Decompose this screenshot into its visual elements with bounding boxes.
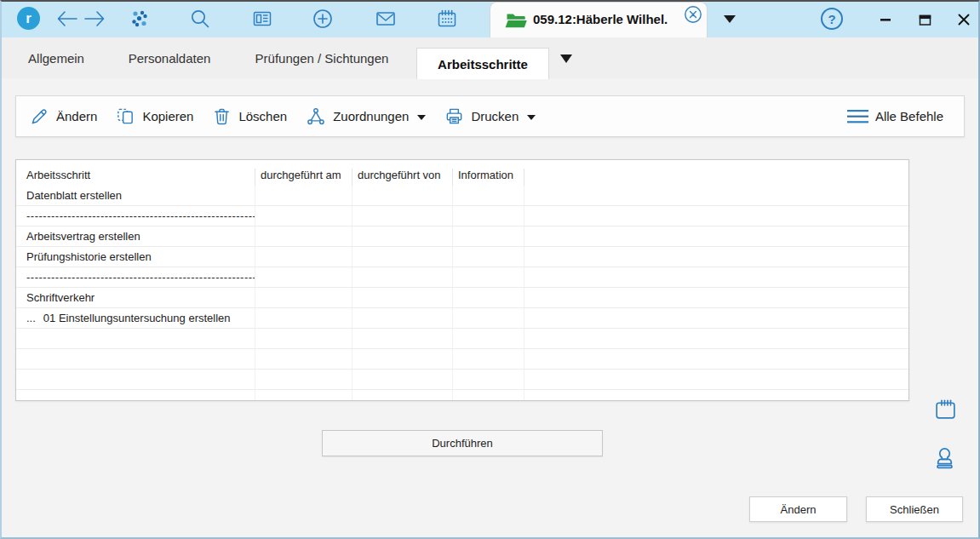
table-cell [453, 206, 524, 226]
table-row[interactable]: Arbeitsvertrag erstellen [16, 226, 908, 247]
durchfuehren-button[interactable]: Durchführen [322, 430, 603, 456]
table-row[interactable]: ...01 Einstellungsuntersuchung erstellen [16, 308, 908, 329]
calendar-icon [436, 8, 458, 30]
table-cell [524, 349, 908, 369]
table-cell [16, 390, 255, 401]
tabs-overflow-dropdown[interactable] [560, 54, 572, 63]
document-tab[interactable]: 059.12:Häberle Wilhel... [490, 2, 708, 37]
notes-button[interactable] [931, 396, 959, 423]
table-cell [524, 186, 908, 205]
close-circle-icon [684, 5, 702, 24]
tab-arbeitsschritte[interactable]: Arbeitsschritte [416, 48, 549, 79]
help-button[interactable]: ? [821, 8, 843, 30]
modules-button[interactable] [127, 6, 152, 32]
table-cell [16, 370, 255, 389]
separator-text: ----------------------------------------… [26, 271, 255, 284]
search-button[interactable] [187, 6, 213, 32]
column-header-arbeitsschritt[interactable]: Arbeitsschritt [16, 169, 255, 186]
schliessen-button[interactable]: Schließen [866, 496, 963, 522]
table-cell [524, 390, 908, 401]
table-cell: ----------------------------------------… [16, 206, 255, 226]
minimize-button[interactable] [875, 9, 896, 30]
tab-allgemein[interactable]: Allgemein [20, 37, 92, 78]
document-tab-close-button[interactable] [683, 4, 703, 25]
table-cell [255, 329, 352, 348]
table-cell [255, 267, 352, 287]
table-row[interactable] [16, 349, 908, 370]
toolbar: Ändern Kopieren Löschen Zuordnungen Druc… [15, 95, 965, 137]
back-arrow-icon [55, 9, 79, 29]
aendern-footer-button[interactable]: Ändern [749, 496, 847, 522]
back-button[interactable] [54, 6, 80, 32]
copy-icon [116, 106, 135, 126]
workstep-label: Prüfungshistorie erstellen [26, 250, 152, 263]
alle-befehle-dropdown[interactable]: Alle Befehle [847, 109, 950, 124]
news-button[interactable] [249, 6, 275, 32]
table-row[interactable] [16, 370, 908, 390]
table-row[interactable]: Schriftverkehr [16, 288, 908, 308]
table-cell [453, 247, 524, 267]
row-expand-indicator[interactable]: ... [26, 312, 36, 324]
table-cell [255, 370, 352, 389]
tab-pruefungen-sichtungen[interactable]: Prüfungen / Sichtungen [245, 37, 398, 78]
app-logo[interactable]: r [17, 7, 40, 30]
table-cell [16, 329, 255, 348]
column-header-durchgefuehrt-von[interactable]: durchgeführt von [352, 169, 453, 186]
aendern-button[interactable]: Ändern [30, 106, 97, 126]
worksteps-table: Arbeitsschritt durchgeführt am durchgefü… [15, 159, 909, 401]
tab-personaldaten[interactable]: Personaldaten [119, 37, 220, 78]
table-cell: ...01 Einstellungsuntersuchung erstellen [16, 308, 255, 328]
mail-button[interactable] [373, 6, 398, 32]
table-cell [453, 267, 524, 287]
separator-text: ----------------------------------------… [26, 209, 255, 222]
column-header-information[interactable]: Information [453, 169, 524, 186]
table-cell [524, 247, 908, 267]
table-cell [352, 247, 453, 267]
drucken-dropdown[interactable]: Drucken [444, 106, 536, 126]
table-header: Arbeitsschritt durchgeführt am durchgefü… [16, 160, 908, 186]
table-cell [453, 390, 524, 401]
add-button[interactable] [310, 6, 335, 32]
folder-icon [504, 10, 528, 31]
table-row[interactable]: ----------------------------------------… [16, 267, 908, 288]
calendar-button[interactable] [434, 6, 460, 32]
document-tab-title: 059.12:Häberle Wilhel... [533, 12, 668, 26]
table-cell: Arbeitsvertrag erstellen [16, 226, 255, 246]
table-cell: Schriftverkehr [16, 288, 255, 307]
table-row[interactable]: Datenblatt erstellen [16, 186, 908, 206]
table-cell [352, 390, 453, 401]
titlebar-dropdown[interactable] [724, 15, 736, 23]
loeschen-button[interactable]: Löschen [212, 106, 287, 126]
table-cell [352, 226, 453, 246]
table-row[interactable] [16, 329, 908, 349]
table-cell [352, 186, 453, 205]
table-row[interactable] [16, 390, 908, 401]
maximize-button[interactable] [914, 9, 935, 30]
stamp-button[interactable] [931, 444, 958, 471]
table-row[interactable]: ----------------------------------------… [16, 206, 908, 226]
column-header-durchgefuehrt-am[interactable]: durchgeführt am [255, 169, 352, 186]
workstep-label: Datenblatt erstellen [26, 189, 122, 202]
table-cell [16, 349, 255, 369]
table-cell [255, 390, 352, 401]
minimize-icon [880, 14, 891, 26]
mail-icon [375, 8, 397, 30]
workstep-label: Arbeitsvertrag erstellen [26, 230, 140, 243]
table-cell [453, 329, 524, 348]
table-cell [255, 349, 352, 369]
workstep-label: Schriftverkehr [26, 291, 95, 304]
table-cell [352, 308, 453, 328]
chevron-down-icon [560, 54, 572, 63]
table-row[interactable]: Prüfungshistorie erstellen [16, 247, 908, 267]
close-button[interactable] [954, 9, 974, 30]
kopieren-button[interactable]: Kopieren [116, 106, 193, 126]
table-cell [352, 370, 453, 389]
stamp-icon [931, 444, 958, 471]
workstep-label: 01 Einstellungsuntersuchung erstellen [43, 312, 231, 324]
page-tabstrip: Allgemein Personaldaten Prüfungen / Sich… [2, 37, 978, 78]
modules-icon [129, 8, 151, 30]
search-icon [189, 8, 211, 30]
zuordnungen-dropdown[interactable]: Zuordnungen [306, 106, 426, 126]
table-cell [453, 349, 524, 369]
forward-button[interactable] [82, 6, 107, 32]
